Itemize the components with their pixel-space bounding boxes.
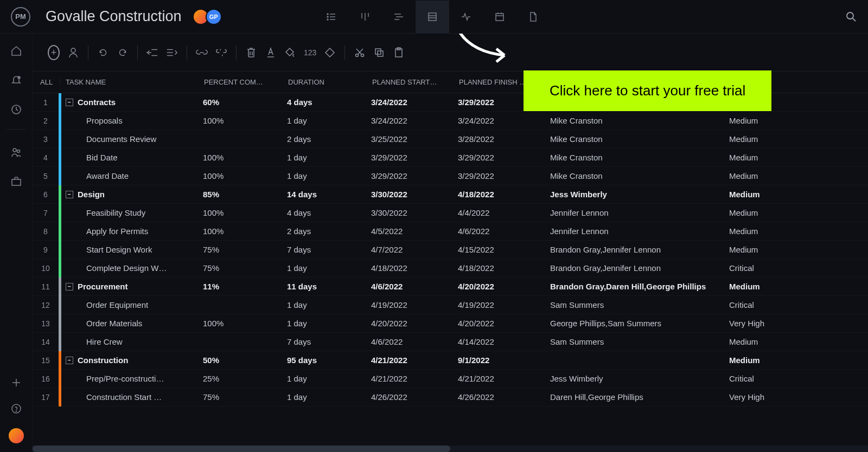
cell-assigned[interactable]: Mike Cranston (547, 171, 726, 180)
cell-finish[interactable]: 3/29/2022 (455, 153, 547, 162)
cell-percent[interactable]: 11% (200, 282, 284, 291)
cell-finish[interactable]: 3/29/2022 (455, 171, 547, 180)
nav-help-icon[interactable] (10, 402, 23, 415)
cell-name[interactable]: Award Date (59, 167, 200, 185)
cell-start[interactable]: 4/6/2022 (368, 282, 455, 291)
cell-finish[interactable]: 4/18/2022 (455, 263, 547, 273)
outdent-icon[interactable] (144, 44, 161, 61)
cell-priority[interactable]: Critical (726, 300, 791, 309)
cell-assigned[interactable]: Jess Wimberly (547, 374, 726, 383)
cell-priority[interactable]: Medium (726, 208, 791, 217)
assign-user-icon[interactable] (65, 44, 81, 61)
cell-assigned[interactable]: Mike Cranston (547, 116, 726, 125)
cell-assigned[interactable]: Sam Summers (547, 300, 726, 309)
cell-name[interactable]: Proposals (59, 112, 200, 130)
cell-duration[interactable]: 4 days (284, 98, 368, 107)
cell-priority[interactable]: Critical (726, 263, 791, 273)
view-activity-icon[interactable] (449, 1, 483, 33)
cell-duration[interactable]: 1 day (284, 300, 368, 309)
cell-start[interactable]: 3/30/2022 (368, 190, 455, 199)
cell-name[interactable]: Start Design Work (59, 241, 200, 259)
cell-duration[interactable]: 1 day (284, 153, 368, 162)
cut-icon[interactable] (352, 44, 368, 61)
search-icon[interactable] (845, 11, 857, 23)
cell-duration[interactable]: 7 days (284, 245, 368, 254)
nav-bell-icon[interactable] (10, 74, 23, 87)
cell-finish[interactable]: 9/1/2022 (455, 356, 547, 365)
cell-assigned[interactable]: Daren Hill,George Phillips (547, 392, 726, 402)
cell-duration[interactable]: 7 days (284, 337, 368, 346)
cell-name[interactable]: Prep/Pre-constructi… (59, 370, 200, 388)
cell-duration[interactable]: 1 day (284, 392, 368, 402)
cell-name[interactable]: Order Materials (59, 314, 200, 333)
paste-icon[interactable] (391, 44, 407, 61)
numbers-icon[interactable]: 123 (302, 44, 318, 61)
cell-name[interactable]: −Contracts (59, 93, 200, 112)
cell-finish[interactable]: 4/20/2022 (455, 319, 547, 328)
view-file-icon[interactable] (516, 1, 550, 33)
cell-name[interactable]: Complete Design W… (59, 259, 200, 277)
cell-name[interactable]: Hire Crew (59, 333, 200, 351)
cell-assigned[interactable]: Jennifer Lennon (547, 208, 726, 217)
cell-duration[interactable]: 14 days (284, 190, 368, 199)
cell-duration[interactable]: 4 days (284, 208, 368, 217)
cell-name[interactable]: −Design (59, 185, 200, 204)
cell-percent[interactable]: 60% (200, 98, 284, 107)
cell-priority[interactable]: Medium (726, 171, 791, 180)
cell-duration[interactable]: 95 days (284, 356, 368, 365)
cell-percent[interactable]: 100% (200, 116, 284, 125)
cell-percent[interactable]: 100% (200, 208, 284, 217)
cell-name[interactable]: Bid Date (59, 148, 200, 167)
cell-name[interactable]: −Procurement (59, 277, 200, 296)
cell-start[interactable]: 4/20/2022 (368, 319, 455, 328)
view-list-icon[interactable] (315, 1, 348, 33)
fill-color-icon[interactable] (282, 44, 298, 61)
cell-name[interactable]: Order Equipment (59, 296, 200, 314)
cell-start[interactable]: 4/6/2022 (368, 337, 455, 346)
horizontal-scrollbar[interactable] (33, 445, 868, 452)
cell-duration[interactable]: 2 days (284, 227, 368, 236)
cell-start[interactable]: 3/29/2022 (368, 153, 455, 162)
cell-start[interactable]: 4/21/2022 (368, 374, 455, 383)
cell-finish[interactable]: 3/28/2022 (455, 134, 547, 144)
view-board-icon[interactable] (348, 1, 382, 33)
table-row[interactable]: 9Start Design Work75%7 days4/7/20224/15/… (33, 241, 868, 259)
table-row[interactable]: 6−Design85%14 days3/30/20224/18/2022Jess… (33, 185, 868, 204)
cell-assigned[interactable]: Mike Cranston (547, 134, 726, 144)
add-task-button[interactable]: + (46, 44, 62, 61)
table-row[interactable]: 8Apply for Permits100%2 days4/5/20224/6/… (33, 222, 868, 241)
table-row[interactable]: 13Order Materials100%1 day4/20/20224/20/… (33, 314, 868, 333)
cell-finish[interactable]: 4/15/2022 (455, 245, 547, 254)
cell-priority[interactable]: Very High (726, 392, 791, 402)
undo-icon[interactable] (95, 44, 111, 61)
view-calendar-icon[interactable] (483, 1, 516, 33)
nav-clock-icon[interactable] (10, 103, 23, 116)
app-logo[interactable]: PM (11, 7, 30, 27)
table-row[interactable]: 5Award Date100%1 day3/29/20223/29/2022Mi… (33, 167, 868, 185)
cell-start[interactable]: 3/30/2022 (368, 208, 455, 217)
table-row[interactable]: 11−Procurement11%11 days4/6/20224/20/202… (33, 277, 868, 296)
col-duration[interactable]: DURATION (285, 78, 369, 86)
collapse-icon[interactable]: − (66, 357, 73, 364)
cell-assigned[interactable]: Brandon Gray,Jennifer Lennon (547, 245, 726, 254)
cell-start[interactable]: 4/26/2022 (368, 392, 455, 402)
cell-start[interactable]: 4/5/2022 (368, 227, 455, 236)
cell-finish[interactable]: 4/4/2022 (455, 208, 547, 217)
cell-percent[interactable]: 50% (200, 356, 284, 365)
collapse-icon[interactable]: − (66, 191, 73, 198)
table-row[interactable]: 7Feasibility Study100%4 days3/30/20224/4… (33, 204, 868, 222)
table-row[interactable]: 4Bid Date100%1 day3/29/20223/29/2022Mike… (33, 148, 868, 167)
cell-start[interactable]: 3/25/2022 (368, 134, 455, 144)
cell-name[interactable]: −Construction (59, 351, 200, 370)
col-all[interactable]: ALL (33, 78, 60, 86)
unlink-icon[interactable] (213, 44, 229, 61)
indent-icon[interactable] (164, 44, 180, 61)
cell-priority[interactable]: Medium (726, 282, 791, 291)
cell-duration[interactable]: 1 day (284, 374, 368, 383)
nav-add-icon[interactable] (10, 376, 23, 389)
cell-priority[interactable]: Medium (726, 337, 791, 346)
cell-percent[interactable]: 75% (200, 392, 284, 402)
redo-icon[interactable] (114, 44, 131, 61)
text-color-icon[interactable] (263, 44, 279, 61)
cell-finish[interactable]: 4/19/2022 (455, 300, 547, 309)
